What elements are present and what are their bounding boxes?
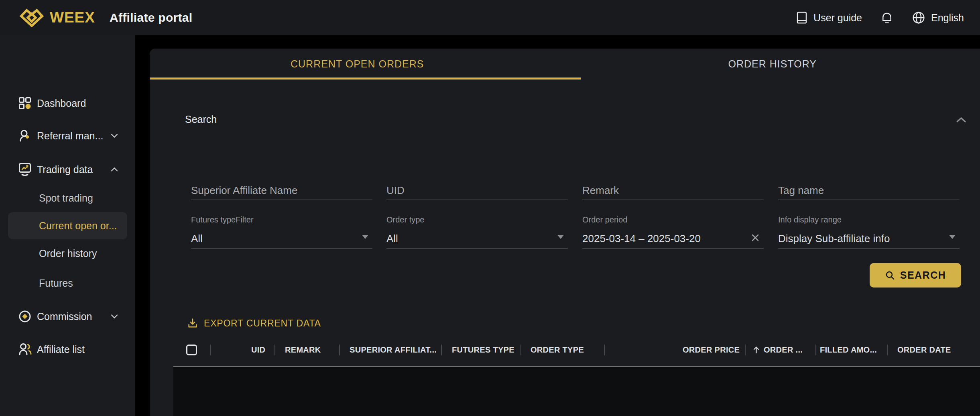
uid-input[interactable] (386, 181, 568, 200)
date-range-value: 2025-03-14 – 2025-03-20 (582, 232, 701, 245)
search-section-title: Search (185, 114, 217, 125)
column-header-order-date[interactable]: ORDER DATE (897, 339, 951, 361)
page-title: Affiliate portal (110, 11, 192, 24)
tab-current-open-orders[interactable]: CURRENT OPEN ORDERS (150, 49, 565, 80)
column-header-order-type[interactable]: ORDER TYPE (531, 339, 584, 361)
export-label: EXPORT CURRENT DATA (204, 318, 321, 329)
sidebar-item-label: Affiliate list (37, 344, 85, 355)
dropdown-caret-icon (949, 235, 956, 239)
commission-icon (18, 310, 31, 323)
download-icon (187, 318, 198, 329)
sidebar-item-label: Commission (37, 311, 92, 322)
search-button[interactable]: SEARCH (870, 263, 961, 288)
search-icon (885, 270, 895, 281)
trading-data-icon (18, 163, 31, 176)
filter-label: Futures typeFilter (191, 215, 372, 224)
sidebar-item-current-open-orders[interactable]: Current open or... (8, 212, 127, 239)
filter-value: All (191, 232, 203, 245)
column-separator (887, 345, 888, 355)
globe-icon (912, 11, 925, 24)
remark-input[interactable] (582, 181, 764, 200)
sidebar-item-commission[interactable]: Commission (0, 308, 135, 324)
main-panel: CURRENT OPEN ORDERS ORDER HISTORY Search… (150, 49, 980, 416)
column-header-order-sorted[interactable]: ORDER ... (753, 339, 803, 361)
sidebar-item-label: Dashboard (37, 98, 86, 109)
header-actions: User guide English (796, 11, 964, 24)
column-header-futures-type[interactable]: FUTURES TYPE (452, 339, 514, 361)
sidebar-item-spot-trading[interactable]: Spot trading (0, 190, 174, 206)
column-separator (745, 345, 746, 355)
language-label: English (931, 12, 964, 24)
sidebar: Dashboard Referral man... Trading data (0, 35, 135, 416)
brand: WEEX Affiliate portal (19, 8, 192, 28)
chevron-down-icon (111, 314, 118, 319)
column-header-label: ORDER ... (764, 345, 803, 355)
field-uid (386, 181, 568, 200)
weex-logo-icon (19, 8, 44, 28)
sidebar-item-label: Order history (39, 248, 97, 259)
column-separator (441, 345, 442, 355)
field-superior-affiliate-name (191, 181, 372, 200)
column-separator (520, 345, 521, 355)
chevron-down-icon (111, 134, 118, 138)
filter-label: Info display range (778, 215, 960, 224)
sort-ascending-icon (753, 346, 760, 354)
superior-affiliate-name-input[interactable] (191, 181, 372, 200)
dropdown-caret-icon (557, 235, 564, 239)
tag-name-input[interactable] (778, 181, 960, 200)
column-header-remark[interactable]: REMARK (285, 339, 321, 361)
column-header-uid[interactable]: UID (251, 339, 265, 361)
order-type-filter[interactable]: Order type All (386, 215, 568, 249)
sidebar-item-label: Referral man... (37, 130, 103, 142)
export-current-data-button[interactable]: EXPORT CURRENT DATA (187, 318, 321, 329)
column-separator (815, 345, 816, 355)
brand-name: WEEX (50, 9, 95, 26)
filter-label: Order period (582, 215, 764, 224)
book-icon (796, 11, 808, 24)
app-header: WEEX Affiliate portal User guide (0, 0, 980, 35)
sidebar-item-affiliate-list[interactable]: Affiliate list (0, 341, 135, 357)
column-header-superior-affiliate[interactable]: SUPERIOR AFFILIAT... (350, 339, 437, 361)
affiliate-list-icon (18, 343, 31, 356)
tab-bar: CURRENT OPEN ORDERS ORDER HISTORY (150, 49, 980, 80)
user-guide-label: User guide (813, 12, 862, 24)
column-header-order-price[interactable]: ORDER PRICE (683, 339, 740, 361)
referral-icon (18, 129, 31, 143)
info-display-range-filter[interactable]: Info display range Display Sub-affiliate… (778, 215, 960, 249)
table-header: UID REMARK SUPERIOR AFFILIAT... FUTURES … (150, 339, 980, 361)
field-remark (582, 181, 764, 200)
column-header-filled-amount[interactable]: FILLED AMO... (820, 339, 877, 361)
tab-order-history[interactable]: ORDER HISTORY (565, 49, 980, 80)
user-guide-button[interactable]: User guide (796, 11, 862, 24)
chevron-up-icon (111, 167, 118, 172)
column-separator (604, 345, 605, 355)
dashboard-icon (18, 97, 31, 110)
sidebar-item-trading-data[interactable]: Trading data (0, 161, 135, 177)
filter-value: Display Sub-affiliate info (778, 232, 890, 245)
sidebar-item-label: Trading data (37, 164, 93, 175)
select-all-checkbox[interactable] (186, 345, 197, 355)
active-tab-indicator (150, 77, 581, 80)
bell-icon (880, 11, 893, 24)
sidebar-item-referral-management[interactable]: Referral man... (0, 128, 135, 144)
sidebar-item-label: Current open or... (39, 220, 117, 232)
language-selector[interactable]: English (912, 11, 964, 24)
order-period-filter[interactable]: Order period 2025-03-14 – 2025-03-20 (582, 215, 764, 249)
filter-label: Order type (386, 215, 568, 224)
futures-type-filter[interactable]: Futures typeFilter All (191, 215, 372, 249)
sidebar-item-label: Spot trading (39, 192, 93, 204)
field-tag-name (778, 181, 960, 200)
sidebar-item-dashboard[interactable]: Dashboard (0, 95, 135, 111)
column-separator (274, 345, 275, 355)
column-separator (339, 345, 340, 355)
sidebar-item-order-history[interactable]: Order history (0, 245, 174, 261)
column-separator (210, 345, 211, 355)
dropdown-caret-icon (362, 235, 368, 239)
clear-date-icon[interactable] (750, 232, 760, 243)
filter-value: All (386, 232, 398, 245)
notifications-button[interactable] (880, 11, 893, 24)
sidebar-item-futures[interactable]: Futures (0, 275, 174, 291)
sidebar-item-label: Futures (39, 277, 73, 289)
collapse-search-button[interactable] (956, 117, 966, 123)
search-button-label: SEARCH (900, 269, 946, 281)
